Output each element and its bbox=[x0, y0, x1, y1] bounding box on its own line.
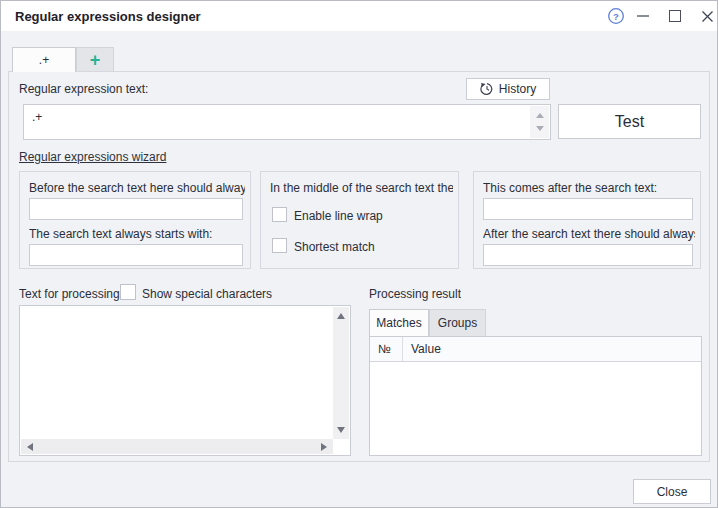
tab-matches[interactable]: Matches bbox=[369, 309, 429, 336]
svg-text:?: ? bbox=[613, 11, 619, 22]
title-bar: Regular expressions designer ? bbox=[1, 1, 717, 31]
maximize-button[interactable] bbox=[665, 6, 685, 26]
close-window-button[interactable] bbox=[697, 6, 717, 26]
tab-label: .+ bbox=[39, 53, 49, 67]
minimize-button[interactable] bbox=[633, 6, 653, 26]
regex-designer-dialog: Regular expressions designer ? .+ bbox=[0, 0, 718, 508]
close-icon bbox=[701, 10, 714, 23]
plus-icon: + bbox=[90, 50, 101, 71]
maximize-icon bbox=[669, 10, 681, 22]
tab-current-expression[interactable]: .+ bbox=[12, 47, 76, 72]
minimize-icon bbox=[637, 15, 649, 17]
help-button[interactable]: ? bbox=[606, 6, 626, 26]
window-title: Regular expressions designer bbox=[15, 9, 201, 24]
add-tab-button[interactable]: + bbox=[76, 47, 114, 72]
tab-matches-label: Matches bbox=[376, 316, 421, 330]
help-icon: ? bbox=[607, 7, 625, 25]
close-button-label: Close bbox=[657, 485, 688, 499]
tab-content-panel bbox=[8, 71, 710, 462]
close-button[interactable]: Close bbox=[633, 479, 711, 504]
